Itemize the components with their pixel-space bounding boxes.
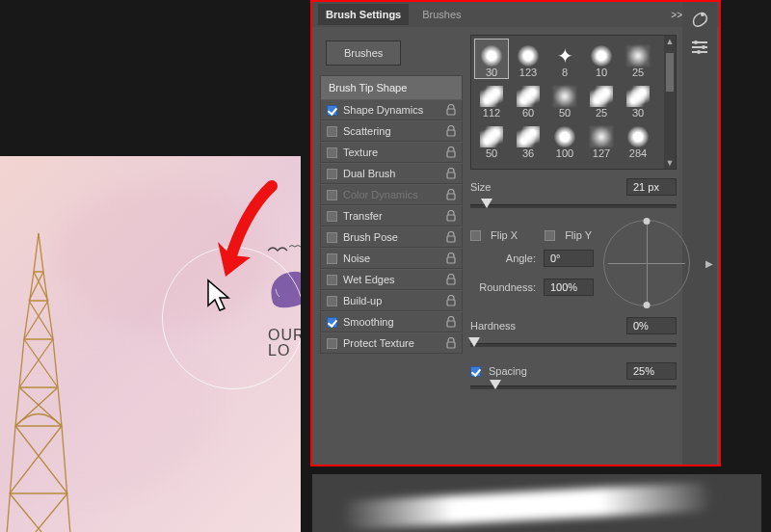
option-build-up[interactable]: Build-up	[320, 290, 463, 311]
photo-subject	[0, 233, 77, 532]
option-brush-tip-shape[interactable]: Brush Tip Shape	[320, 75, 463, 99]
lock-icon[interactable]	[446, 231, 458, 243]
option-label: Smoothing	[343, 316, 440, 328]
brush-preset[interactable]: 25	[622, 40, 654, 78]
panel-tab-bar: Brush Settings Brushes >>	[312, 2, 719, 27]
spacing-value[interactable]: 25%	[626, 362, 677, 380]
option-checkbox[interactable]	[327, 253, 337, 264]
option-checkbox[interactable]	[327, 232, 337, 243]
sliders-icon[interactable]	[685, 35, 714, 60]
spacing-checkbox[interactable]	[470, 366, 481, 377]
option-checkbox[interactable]	[327, 105, 337, 116]
brush-size-cursor	[162, 247, 301, 389]
presets-scrollbar[interactable]: ▲▼	[664, 36, 676, 169]
option-checkbox[interactable]	[327, 169, 337, 179]
option-label: Transfer	[343, 210, 440, 222]
flip-x-checkbox[interactable]	[470, 230, 481, 241]
option-protect-texture[interactable]: Protect Texture	[320, 332, 463, 354]
option-dual-brush[interactable]: Dual Brush	[320, 163, 463, 184]
option-label: Texture	[343, 146, 440, 158]
option-noise[interactable]: Noise	[320, 248, 463, 269]
option-label: Noise	[343, 253, 440, 264]
option-checkbox[interactable]	[327, 275, 337, 285]
brush-preset[interactable]: 50	[475, 120, 508, 159]
option-checkbox[interactable]	[327, 296, 337, 306]
svg-rect-15	[447, 279, 455, 284]
brush-presets-icon[interactable]	[685, 6, 714, 31]
hardness-slider[interactable]	[470, 337, 677, 351]
flip-y-label: Flip Y	[565, 229, 592, 241]
brush-preset[interactable]: 127	[585, 120, 618, 159]
angle-roundness-widget[interactable]	[603, 220, 690, 306]
option-label: Brush Pose	[343, 231, 440, 243]
size-slider[interactable]	[470, 199, 677, 212]
lock-icon[interactable]	[446, 189, 458, 200]
brush-preset[interactable]: 30	[475, 40, 508, 78]
lock-icon[interactable]	[446, 146, 458, 158]
option-shape-dynamics[interactable]: Shape Dynamics	[320, 99, 463, 120]
flip-y-checkbox[interactable]	[545, 230, 555, 241]
option-checkbox[interactable]	[327, 317, 337, 328]
option-checkbox[interactable]	[327, 147, 337, 158]
lock-icon[interactable]	[446, 274, 458, 285]
lock-icon[interactable]	[446, 210, 458, 222]
brush-preset-size: 112	[483, 107, 500, 119]
brush-preset[interactable]: 60	[512, 80, 545, 119]
lock-icon[interactable]	[446, 125, 458, 137]
brush-preset-size: 25	[596, 107, 607, 119]
lock-icon[interactable]	[446, 104, 458, 116]
brush-preset[interactable]: 100	[548, 120, 581, 159]
svg-rect-18	[447, 342, 455, 348]
svg-rect-11	[447, 194, 455, 200]
brush-settings-panel: Brush Settings Brushes >> Brushes Brush …	[310, 0, 721, 466]
option-label: Protect Texture	[343, 337, 440, 349]
option-scattering[interactable]: Scattering	[320, 120, 463, 142]
brush-preset[interactable]: 25	[585, 80, 618, 119]
option-wet-edges[interactable]: Wet Edges	[320, 269, 463, 290]
brush-preset-size: 50	[486, 147, 497, 159]
roundness-label: Roundness:	[470, 281, 536, 293]
brush-stroke-preview	[312, 474, 761, 532]
angle-value[interactable]: 0°	[544, 250, 594, 267]
svg-point-4	[694, 40, 698, 44]
brush-preset-size: 284	[629, 147, 647, 159]
document-canvas[interactable]: OUR LO	[0, 156, 301, 532]
lock-icon[interactable]	[446, 253, 458, 264]
brush-preset[interactable]: 10	[585, 40, 618, 78]
option-texture[interactable]: Texture	[320, 142, 463, 163]
option-label: Build-up	[343, 295, 440, 306]
option-transfer[interactable]: Transfer	[320, 205, 463, 226]
roundness-value[interactable]: 100%	[544, 279, 594, 296]
option-checkbox[interactable]	[327, 211, 337, 222]
brushes-button[interactable]: Brushes	[326, 40, 401, 66]
brush-presets-grid[interactable]: 30123✦81025112605025305036100127284 ▲▼	[470, 35, 677, 170]
svg-rect-7	[447, 109, 455, 115]
brush-preset[interactable]: 36	[512, 120, 545, 159]
brush-preset[interactable]: 284	[622, 120, 654, 159]
spacing-slider[interactable]	[470, 380, 677, 393]
tab-brush-settings[interactable]: Brush Settings	[318, 4, 409, 25]
brush-preset-size: 30	[632, 107, 644, 119]
brush-preset-size: 10	[596, 66, 607, 78]
brush-preset[interactable]: ✦8	[548, 40, 581, 78]
lock-icon[interactable]	[446, 295, 458, 306]
option-smoothing[interactable]: Smoothing	[320, 311, 463, 332]
brush-preset[interactable]: 50	[548, 80, 581, 119]
svg-point-6	[697, 50, 701, 54]
hardness-value[interactable]: 0%	[626, 317, 677, 334]
lock-icon[interactable]	[446, 168, 458, 179]
lock-icon[interactable]	[446, 316, 458, 328]
brush-preset[interactable]: 112	[475, 80, 508, 119]
tab-brushes[interactable]: Brushes	[414, 4, 468, 25]
option-color-dynamics[interactable]: Color Dynamics	[320, 184, 463, 205]
size-value[interactable]: 21 px	[626, 178, 677, 196]
option-brush-pose[interactable]: Brush Pose	[320, 226, 463, 248]
option-checkbox[interactable]	[327, 126, 337, 137]
brush-preset[interactable]: 123	[512, 40, 545, 78]
option-checkbox[interactable]	[327, 190, 337, 200]
svg-rect-12	[447, 215, 455, 221]
brush-preset[interactable]: 30	[622, 80, 654, 119]
brush-preset-size: 36	[522, 147, 534, 159]
lock-icon[interactable]	[446, 337, 458, 349]
option-checkbox[interactable]	[327, 338, 337, 349]
